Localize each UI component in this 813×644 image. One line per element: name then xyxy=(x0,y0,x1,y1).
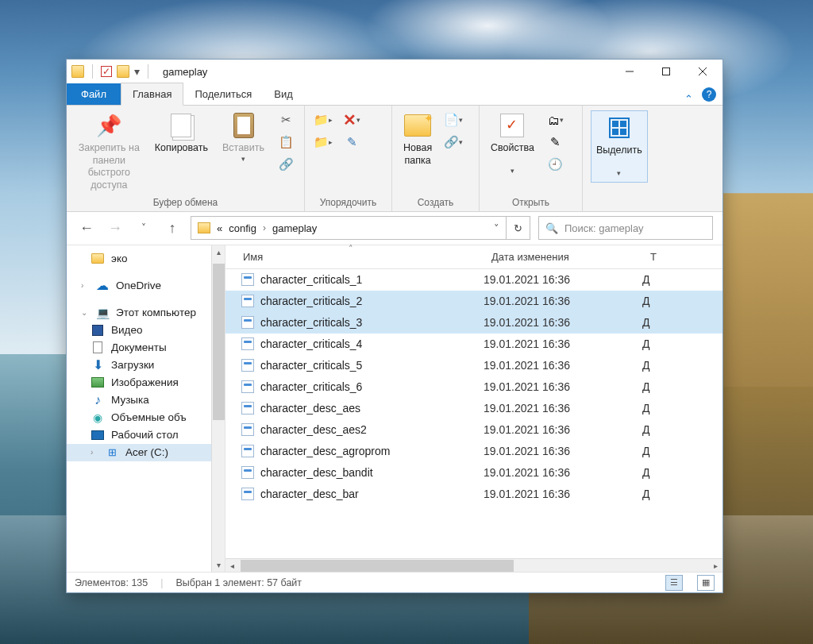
delete-button[interactable]: ✕▾ xyxy=(341,110,362,129)
qat-properties-icon[interactable] xyxy=(101,66,112,77)
breadcrumb[interactable]: config xyxy=(229,222,256,234)
search-input[interactable]: 🔍 Поиск: gameplay xyxy=(538,216,713,240)
col-name[interactable]: Имя xyxy=(225,251,484,263)
music-icon: ♪ xyxy=(91,394,105,407)
separator xyxy=(148,64,148,79)
copypath-button[interactable]: 📋 xyxy=(275,133,296,152)
table-row[interactable]: character_criticals_119.01.2021 16:36Д xyxy=(225,269,722,291)
nav-item-onedrive[interactable]: ›☁OneDrive xyxy=(67,277,225,295)
tab-view[interactable]: Вид xyxy=(263,83,304,105)
file-date: 19.01.2021 16:36 xyxy=(484,337,642,350)
tab-file[interactable]: Файл xyxy=(67,83,121,105)
help-icon[interactable]: ? xyxy=(702,87,716,102)
folder-icon xyxy=(71,65,84,78)
open-icon: 🗂 xyxy=(548,114,560,127)
history-button[interactable]: 🕘 xyxy=(545,155,566,174)
nav-item-eco[interactable]: эко xyxy=(67,250,225,268)
tab-home[interactable]: Главная xyxy=(121,83,183,106)
forward-button[interactable]: → xyxy=(105,218,125,238)
table-row[interactable]: character_criticals_219.01.2021 16:36Д xyxy=(225,291,722,312)
group-open-label: Открыть xyxy=(487,194,574,210)
cut-button[interactable]: ✂ xyxy=(275,110,296,129)
back-button[interactable]: ← xyxy=(76,218,97,238)
file-icon xyxy=(241,466,254,479)
breadcrumb[interactable]: gameplay xyxy=(272,222,317,234)
copyto-button[interactable]: 📁▸ xyxy=(313,133,333,152)
table-row[interactable]: character_desc_aes19.01.2021 16:36Д xyxy=(225,398,722,419)
select-button[interactable]: Выделить▾ xyxy=(591,110,648,183)
col-date[interactable]: Дата изменения xyxy=(484,251,642,263)
nav-item-thispc[interactable]: ⌄💻Этот компьютер xyxy=(67,304,225,322)
scroll-thumb[interactable] xyxy=(213,264,225,421)
file-date: 19.01.2021 16:36 xyxy=(484,316,642,329)
file-type: Д xyxy=(642,488,722,500)
up-button[interactable]: ↑ xyxy=(162,218,183,238)
moveto-button[interactable]: 📁▸ xyxy=(313,110,333,129)
file-name: character_desc_agroprom xyxy=(260,445,390,457)
table-row[interactable]: character_criticals_519.01.2021 16:36Д xyxy=(225,355,722,376)
scroll-thumb[interactable] xyxy=(241,560,514,572)
delete-icon: ✕ xyxy=(343,110,356,129)
nav-item-video[interactable]: Видео xyxy=(67,322,225,339)
collapse-ribbon-icon[interactable]: ⌃ xyxy=(678,93,699,105)
edit-button[interactable]: ✎ xyxy=(545,133,566,152)
table-row[interactable]: character_desc_bar19.01.2021 16:36Д xyxy=(225,484,722,505)
open-button[interactable]: 🗂▾ xyxy=(545,110,566,129)
status-item-count: Элементов: 135 xyxy=(75,577,148,588)
file-date: 19.01.2021 16:36 xyxy=(484,488,642,500)
view-large-button[interactable]: ▦ xyxy=(697,575,715,591)
nav-item-downloads[interactable]: ⬇Загрузки xyxy=(67,357,225,374)
col-type[interactable]: Т xyxy=(642,251,722,263)
nav-item-music[interactable]: ♪Музыка xyxy=(67,391,225,409)
table-row[interactable]: character_desc_agroprom19.01.2021 16:36Д xyxy=(225,441,722,462)
pasteshortcut-button[interactable]: 🔗 xyxy=(275,155,296,174)
search-placeholder: Поиск: gameplay xyxy=(564,222,644,234)
qat-newfolder-icon[interactable] xyxy=(117,65,129,78)
table-row[interactable]: character_criticals_619.01.2021 16:36Д xyxy=(225,376,722,398)
nav-item-3d[interactable]: ◉Объемные объ xyxy=(67,409,225,426)
nav-item-images[interactable]: Изображения xyxy=(67,374,225,391)
recent-locations-button[interactable]: ˅ xyxy=(133,218,154,238)
file-type: Д xyxy=(642,295,722,307)
tab-share[interactable]: Поделиться xyxy=(183,83,263,105)
paste-button[interactable]: Вставить ▾ xyxy=(219,110,268,165)
drive-icon: ⊞ xyxy=(105,446,119,459)
close-button[interactable] xyxy=(684,60,721,83)
file-name: character_criticals_1 xyxy=(260,273,362,286)
chevron-right-icon[interactable]: › xyxy=(263,222,266,233)
newitem-button[interactable]: 📄▾ xyxy=(443,110,464,129)
maximize-button[interactable] xyxy=(648,60,684,83)
newfolder-icon xyxy=(404,114,431,137)
table-row[interactable]: character_criticals_419.01.2021 16:36Д xyxy=(225,334,722,355)
onedrive-icon: ☁ xyxy=(95,280,110,292)
easyaccess-button[interactable]: 🔗▾ xyxy=(443,133,464,152)
nav-item-documents[interactable]: Документы xyxy=(67,339,225,357)
properties-button[interactable]: Свойства▾ xyxy=(487,110,538,178)
group-organize-label: Упорядочить xyxy=(313,194,383,210)
file-icon xyxy=(241,488,254,500)
scroll-up-icon[interactable]: ▴ xyxy=(212,245,225,259)
qat-customize-icon[interactable]: ▾ xyxy=(134,65,140,78)
table-row[interactable]: character_desc_aes219.01.2021 16:36Д xyxy=(225,419,722,441)
refresh-button[interactable]: ↻ xyxy=(507,216,530,240)
scroll-left-icon[interactable]: ◂ xyxy=(225,559,239,572)
nav-item-desktop[interactable]: Рабочий стол xyxy=(67,426,225,444)
file-date: 19.01.2021 16:36 xyxy=(484,380,642,393)
addr-dropdown-icon[interactable]: ˅ xyxy=(494,222,499,234)
minimize-button[interactable] xyxy=(611,60,648,83)
scroll-down-icon[interactable]: ▾ xyxy=(212,558,225,572)
file-type: Д xyxy=(642,359,722,372)
rename-button[interactable]: ✎ xyxy=(341,133,362,152)
file-type: Д xyxy=(642,445,722,457)
nav-scrollbar[interactable]: ▴ ▾ xyxy=(211,245,225,573)
view-details-button[interactable]: ☰ xyxy=(665,575,683,591)
hscrollbar[interactable]: ◂ ▸ xyxy=(225,558,722,572)
scroll-right-icon[interactable]: ▸ xyxy=(709,559,722,572)
address-bar[interactable]: « config › gameplay ˅ xyxy=(191,216,507,240)
copy-button[interactable]: Копировать xyxy=(152,110,211,156)
newfolder-button[interactable]: Новая папка xyxy=(400,110,435,168)
pin-button[interactable]: 📌 Закрепить на панели быстрого доступа xyxy=(75,110,144,194)
table-row[interactable]: character_desc_bandit19.01.2021 16:36Д xyxy=(225,462,722,484)
nav-item-drive-c[interactable]: ›⊞Acer (C:) xyxy=(67,444,225,461)
table-row[interactable]: character_criticals_319.01.2021 16:36Д xyxy=(225,312,722,334)
